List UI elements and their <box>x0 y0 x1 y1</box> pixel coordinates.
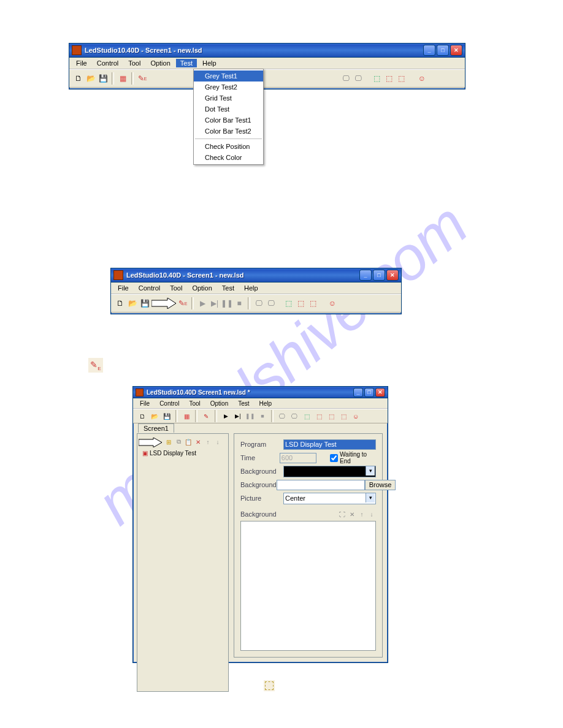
menu-tool[interactable]: Tool <box>166 284 186 292</box>
close-button[interactable]: ✕ <box>375 388 385 397</box>
new-icon[interactable]: 🗋 <box>137 411 148 422</box>
down-icon[interactable]: ↓ <box>213 438 222 446</box>
tab-screen1[interactable]: Screen1 <box>138 423 174 433</box>
menu-help[interactable]: Help <box>240 284 262 292</box>
menu-control[interactable]: Control <box>134 284 164 292</box>
save-icon[interactable]: 💾 <box>161 411 172 422</box>
play-icon[interactable]: ▶ <box>220 411 231 422</box>
background-file-input[interactable] <box>277 480 365 490</box>
time-input[interactable] <box>280 453 316 463</box>
menu-help[interactable]: Help <box>198 59 221 67</box>
menu-help[interactable]: Help <box>255 400 277 408</box>
open-icon[interactable]: 📂 <box>149 411 160 422</box>
link3-icon[interactable]: ⬚ <box>307 298 318 309</box>
delete-icon[interactable]: ✕ <box>194 438 202 446</box>
app-icon <box>113 270 123 280</box>
add-icon[interactable]: ⊞ <box>164 438 173 446</box>
menuitem-grey-test2[interactable]: Grey Test2 <box>194 82 263 93</box>
tree-item-lsd-display-test[interactable]: ▣ LSD Display Test <box>142 450 196 457</box>
menu-test[interactable]: Test <box>218 284 239 292</box>
browse-button[interactable]: Browse <box>365 480 396 490</box>
edit-icon[interactable]: ✎E <box>137 73 148 84</box>
link4-icon[interactable]: ⬚ <box>338 411 349 422</box>
down-icon[interactable]: ↓ <box>367 510 376 518</box>
minimize-button[interactable]: _ <box>423 45 435 56</box>
pause-icon[interactable]: ❚❚ <box>221 298 232 309</box>
menuitem-color-bar-test2[interactable]: Color Bar Test2 <box>194 126 263 137</box>
menu-control[interactable]: Control <box>155 400 183 408</box>
save-icon[interactable]: 💾 <box>139 298 150 309</box>
display1-icon[interactable]: 🖵 <box>253 298 264 309</box>
maximize-button[interactable]: □ <box>437 45 449 56</box>
new-icon[interactable]: 🗋 <box>73 73 84 84</box>
display1-icon[interactable]: 🖵 <box>340 73 351 84</box>
menu-file[interactable]: File <box>136 400 154 408</box>
close-button[interactable]: ✕ <box>386 270 399 281</box>
stop-icon[interactable]: ■ <box>257 411 268 422</box>
link1-icon[interactable]: ⬚ <box>301 411 312 422</box>
expand-icon[interactable]: ⛶ <box>338 510 347 518</box>
edit-icon[interactable]: ✎ <box>201 411 212 422</box>
smiley-icon[interactable]: ☺ <box>327 298 338 309</box>
menu-option[interactable]: Option <box>188 284 216 292</box>
copy-icon[interactable]: ⧉ <box>174 438 183 446</box>
up-icon[interactable]: ↑ <box>358 510 366 518</box>
link3-icon[interactable]: ⬚ <box>396 73 407 84</box>
display1-icon[interactable]: 🖵 <box>277 411 288 422</box>
menuitem-dot-test[interactable]: Dot Test <box>194 104 263 115</box>
delete-icon[interactable]: ✕ <box>348 510 356 518</box>
pause-icon[interactable]: ❚❚ <box>245 411 256 422</box>
link2-icon[interactable]: ⬚ <box>313 411 324 422</box>
grid-icon[interactable]: ▦ <box>117 73 128 84</box>
menu-option[interactable]: Option <box>146 59 174 67</box>
menu-file[interactable]: File <box>72 59 91 67</box>
menu-option[interactable]: Option <box>206 400 232 408</box>
save-icon[interactable]: 💾 <box>98 73 109 84</box>
menuitem-check-position[interactable]: Check Position <box>194 141 263 152</box>
up-icon[interactable]: ↑ <box>204 438 212 446</box>
close-button[interactable]: ✕ <box>450 45 462 56</box>
grid-icon[interactable]: ▦ <box>181 411 192 422</box>
menuitem-check-color[interactable]: Check Color <box>194 152 263 163</box>
program-input[interactable] <box>283 439 376 450</box>
menuitem-grey-test1[interactable]: Grey Test1 <box>194 70 263 82</box>
maximize-button[interactable]: □ <box>373 270 385 281</box>
play-icon[interactable]: ▶ <box>197 298 208 309</box>
link2-icon[interactable]: ⬚ <box>383 73 394 84</box>
link2-icon[interactable]: ⬚ <box>295 298 306 309</box>
maximize-button[interactable]: □ <box>364 388 374 397</box>
open-icon[interactable]: 📂 <box>127 298 138 309</box>
menu-test[interactable]: Test <box>176 59 197 67</box>
display2-icon[interactable]: 🖵 <box>353 73 364 84</box>
picture-label: Picture <box>240 495 283 502</box>
menu-file[interactable]: File <box>113 284 133 292</box>
toolbar: 🗋 📂 💾 ✎E ▶ ▶| ❚❚ ■ 🖵 🖵 ⬚ ⬚ ⬚ ☺ <box>111 294 401 313</box>
picture-select[interactable]: Center <box>283 493 376 504</box>
step-icon[interactable]: ▶| <box>209 298 220 309</box>
menu-test[interactable]: Test <box>234 400 253 408</box>
menu-tool[interactable]: Tool <box>185 400 204 408</box>
link1-icon[interactable]: ⬚ <box>371 73 382 84</box>
menuitem-color-bar-test1[interactable]: Color Bar Test1 <box>194 115 263 126</box>
edit-icon[interactable]: ✎E <box>177 298 188 309</box>
display2-icon[interactable]: 🖵 <box>289 411 300 422</box>
link1-icon[interactable]: ⬚ <box>283 298 294 309</box>
display2-icon[interactable]: 🖵 <box>266 298 277 309</box>
menu-tool[interactable]: Tool <box>124 59 145 67</box>
open-icon[interactable]: 📂 <box>85 73 96 84</box>
menuitem-grid-test[interactable]: Grid Test <box>194 93 263 104</box>
step-icon[interactable]: ▶| <box>232 411 243 422</box>
minimize-button[interactable]: _ <box>353 388 363 397</box>
background-color-select[interactable] <box>283 466 376 477</box>
smiley-icon[interactable]: ☺ <box>416 73 427 84</box>
titlebar: LedStudio10.40D Screen1 new.lsd * _ □ ✕ <box>133 387 388 398</box>
app-icon <box>72 45 82 55</box>
stop-icon[interactable]: ■ <box>234 298 245 309</box>
waiting-to-end-checkbox[interactable] <box>330 454 338 462</box>
minimize-button[interactable]: _ <box>359 270 372 281</box>
link3-icon[interactable]: ⬚ <box>326 411 337 422</box>
smiley-icon[interactable]: ☺ <box>350 411 361 422</box>
paste-icon[interactable]: 📋 <box>184 438 193 446</box>
menu-control[interactable]: Control <box>93 59 123 67</box>
new-icon[interactable]: 🗋 <box>115 298 126 309</box>
